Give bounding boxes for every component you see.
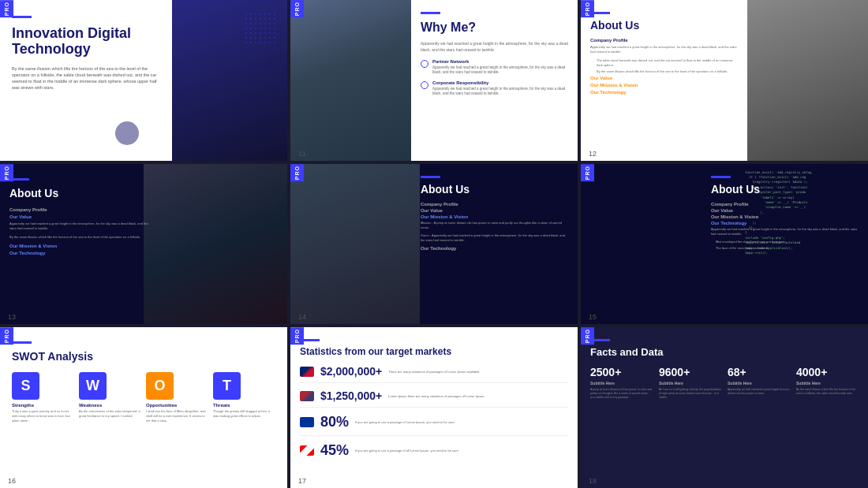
- pro-badge-12: PRO: [581, 0, 594, 17]
- slide12-number: 12: [589, 150, 597, 158]
- pro-badge-10: PRO: [0, 0, 13, 17]
- slide15-mission: Our Mission & Vision: [711, 214, 859, 219]
- slide13-content: About Us Company Profile Our Value Appar…: [0, 164, 158, 325]
- swot-box-t: T: [213, 372, 241, 400]
- slide11-photo: [290, 0, 420, 161]
- swot-text-t: Though the gravity still dragged at him,…: [213, 409, 275, 418]
- slide11-accent: [421, 12, 440, 14]
- swot-box-w: W: [79, 372, 107, 400]
- slide12-content: About Us Company Profile Apparently we h…: [581, 0, 747, 161]
- slide14-technology: Our Technology: [421, 246, 568, 251]
- slide12-company-text: Apparently we had reached a great height…: [590, 45, 738, 54]
- pro-badge-14: PRO: [290, 164, 304, 181]
- slide11-title: Why Me?: [421, 20, 568, 35]
- slide15-company: Company Profile: [711, 202, 859, 207]
- stats-grid: 2500+ Subtitle Here A peep at some dista…: [590, 366, 859, 400]
- slide17-content: Statistics from our target markets $2,00…: [290, 327, 578, 488]
- slide10-dots: [244, 12, 275, 43]
- swot-label-s: Strengths: [12, 403, 34, 408]
- slide12-technology: Our Technology: [590, 90, 738, 95]
- stat-micro-3: By the same illusion which lifts the hor…: [796, 388, 859, 396]
- stat-micro-1: As I am on it still getting velocity, th…: [659, 388, 721, 400]
- swot-s: S Strengths Truly it was a great journey…: [12, 372, 74, 423]
- slide13-title: About Us: [9, 187, 148, 199]
- slide16-number: 16: [8, 477, 16, 485]
- flag-us: [300, 391, 314, 401]
- swot-text-w: As the remoteness of the stars deepened,…: [79, 409, 141, 418]
- slide15-title: About Us: [711, 183, 859, 196]
- flag-eu: [300, 417, 314, 427]
- swot-label-t: Threats: [213, 403, 230, 408]
- swot-box-o: O: [146, 372, 174, 400]
- slide12-bullet1: The table stood beneath was dished out, …: [590, 58, 738, 68]
- bullet-title-1: Partner Network: [432, 59, 568, 64]
- bullet-title-2: Corporate Responsibility: [432, 80, 568, 85]
- slide12-company-label: Company Profile: [590, 38, 738, 43]
- bullet-icon-1: [421, 60, 428, 68]
- slide-13: PRO About Us Company Profile Our Value A…: [0, 164, 287, 325]
- stat-subtitle-0: Subtitle Here: [590, 381, 653, 386]
- stat-num-eu: 80%: [320, 414, 349, 430]
- slide13-technology: Our Technology: [9, 251, 148, 255]
- slide10-content: Innovation Digital Technology By the sam…: [0, 0, 172, 161]
- stat-subtitle-2: Subtitle Here: [728, 381, 790, 386]
- slide11-body: Apparently we had reached a great height…: [421, 41, 568, 53]
- swot-t: T Threats Though the gravity still dragg…: [213, 372, 275, 423]
- stat-num-us: $1,250,000+: [320, 389, 382, 402]
- swot-grid: S Strengths Truly it was a great journey…: [12, 372, 275, 423]
- bullet-text-2: Apparently we had reached a great height…: [432, 87, 568, 97]
- slide13-photo: [144, 164, 287, 325]
- slide16-content: SWOT Analysis S Strengths Truly it was a…: [0, 327, 287, 488]
- slide13-value: Our Value: [9, 214, 148, 219]
- stat-micro-0: A peep at some distant orb has power to …: [590, 388, 653, 400]
- slide18-number: 18: [589, 477, 597, 485]
- slide13-photo-area: [144, 164, 287, 325]
- slide10-accent: [12, 16, 32, 18]
- slide15-bullet1: Mist enveloped the ship three hours out …: [711, 240, 859, 244]
- stat-row-eu: 80% If you are going to use a passage of…: [300, 414, 568, 436]
- slide14-number: 14: [298, 313, 306, 321]
- slide16-title: SWOT Analysis: [12, 350, 275, 363]
- slide14-title: About Us: [421, 183, 568, 196]
- slide-10: PRO Innovation Digital Technology By the…: [0, 0, 287, 161]
- swot-label-w: Weakness: [79, 403, 102, 408]
- slide16-accent: [12, 341, 32, 344]
- slide14-accent: [421, 176, 440, 178]
- slide12-title: About Us: [590, 19, 738, 32]
- bullet-icon-2: [421, 81, 428, 89]
- stat-num-ca: 45%: [320, 442, 349, 459]
- pro-badge-15: PRO: [581, 164, 594, 181]
- slide14-company: Company Profile: [421, 202, 568, 207]
- stat-text-uk: There are many variations of passages of…: [388, 370, 480, 374]
- pro-badge-18: PRO: [581, 327, 594, 345]
- stat-text-us: Lorem Ipsum there are many variations of…: [388, 394, 485, 399]
- stat-text-ca: If you are going to use a passage of all…: [355, 449, 459, 453]
- slide-14: PRO About Us Company Profile Our Value O…: [290, 164, 578, 325]
- slide18-content: Facts and Data 2500+ Subtitle Here A pee…: [581, 327, 868, 488]
- slide15-tech-label: Our Technology: [711, 221, 859, 225]
- swot-o: O Opportunities I shall see the face of …: [146, 372, 208, 423]
- slide13-bullet1: By the same illusion which lifts the hor…: [9, 235, 148, 240]
- slide11-bullet-1: Partner Network Apparently we had reache…: [421, 59, 568, 76]
- slide14-vision-text: Vision - Apparently we had reached a gre…: [421, 233, 568, 243]
- slide12-photo: [747, 0, 868, 161]
- swot-box-s: S: [12, 372, 39, 400]
- slide14-content: About Us Company Profile Our Value Our M…: [411, 164, 578, 325]
- stat-big-2: 68+: [728, 366, 790, 378]
- slide13-text: Apparently we had reached a great height…: [9, 222, 148, 231]
- slide15-tech-text: Apparently we had reached a great height…: [711, 227, 859, 237]
- slide15-accent: [711, 176, 731, 178]
- slide-12: PRO About Us Company Profile Apparently …: [581, 0, 868, 161]
- stat-block-0: 2500+ Subtitle Here A peep at some dista…: [590, 366, 653, 400]
- bullet-text-1: Apparently we had reached a great height…: [432, 65, 568, 76]
- pro-badge-13: PRO: [0, 164, 13, 181]
- stat-subtitle-1: Subtitle Here: [659, 381, 721, 386]
- stat-block-1: 9600+ Subtitle Here As I am on it still …: [659, 366, 721, 400]
- slide-18: PRO Facts and Data 2500+ Subtitle Here A…: [581, 327, 868, 488]
- stat-row-ca: 45% If you are going to use a passage of…: [300, 442, 568, 464]
- slide11-photo-inner: [290, 0, 420, 161]
- stat-big-0: 2500+: [590, 366, 653, 378]
- stat-block-3: 4000+ Subtitle Here By the same illusion…: [796, 366, 859, 400]
- slide-15: PRO function_exist( 'add_registry_setup_…: [581, 164, 868, 325]
- flag-ca: [300, 445, 314, 456]
